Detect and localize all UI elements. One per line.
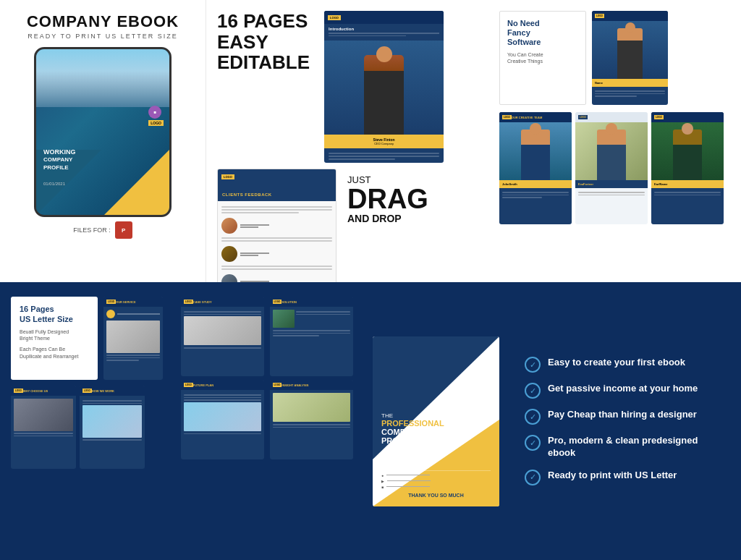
how-image	[82, 405, 142, 438]
insight-header: LOGO INSIGHT ANALYSIS	[270, 380, 353, 390]
our-service-content	[103, 307, 163, 365]
pages-line2: EASY	[217, 32, 310, 53]
powerpoint-icon: P	[115, 221, 132, 239]
feature-text-3: Pay Cheap than hiring a designer	[548, 409, 697, 421]
insight-logo: LOGO	[273, 383, 282, 387]
top-left-promo: COMPANY EBOOK READY TO PRINT US LETTER S…	[0, 0, 206, 282]
feature-item-4: ✓ Pro, modern & clean predesigned ebook	[525, 435, 727, 459]
why-logo: LOGO	[14, 389, 23, 393]
tablet-logo-icon: ■	[148, 106, 161, 119]
bottom-features-section: ✓ Easy to create your first ebook ✓ Get …	[510, 282, 741, 560]
solution-title: SOLUTION	[281, 300, 297, 304]
top-section: COMPANY EBOOK READY TO PRINT US LETTER S…	[0, 0, 741, 282]
how-we-work-content	[80, 396, 145, 445]
small-person-head	[625, 22, 635, 33]
creative-name-bar-3: EarlName	[651, 180, 724, 188]
cover-company: COMPANY	[381, 428, 444, 436]
tablet-mockup: WORKING COMPANY PROFILE 01/01/2021 YourC…	[34, 47, 172, 217]
drag-label: DRAG	[347, 185, 428, 213]
why-choose-content	[11, 396, 76, 441]
tablet-logo-text: LOGO	[148, 120, 164, 126]
intro-text-lines	[324, 148, 444, 163]
tablet-tagline: YourCompanyTagline	[144, 187, 164, 200]
creative-person-head-1	[530, 123, 541, 135]
feedback-avatar-1	[221, 218, 237, 234]
creative-person-head-3	[682, 123, 693, 135]
creative-card-1-header: LOGO OUR CREATIVE TEAM	[499, 112, 572, 122]
future-image	[184, 402, 261, 431]
creative-card-2: LOGO EvaFortner	[575, 112, 648, 224]
small-logo: LOGO	[595, 14, 604, 18]
feature-item-3: ✓ Pay Cheap than hiring a designer	[525, 409, 727, 425]
insight-image	[273, 393, 350, 422]
bottom-section: 16 PagesUS Letter Size Beuatl Fully Desi…	[0, 282, 741, 560]
creative-logo-3: LOGO	[654, 115, 664, 119]
solution-content	[270, 307, 353, 341]
intro-name-badge: Steve Finton CEO Company	[324, 135, 444, 148]
feedback-avatar-2	[221, 246, 237, 262]
future-logo: LOGO	[184, 383, 193, 387]
creative-lines-2	[575, 188, 648, 199]
tablet-city-bg	[36, 49, 169, 107]
creative-person-3	[673, 130, 702, 180]
creative-person-area-3	[651, 122, 724, 180]
bottom-left-bottom-row: LOGO WHY CHOOSE US LOGO HOW WE WORK	[11, 386, 163, 469]
pages-line3: EDITABLE	[217, 52, 310, 73]
feature-item-1: ✓ Easy to create your first ebook	[525, 357, 727, 373]
intro-page-preview: LOGO Introduction Steve Finton CEO Compa…	[324, 11, 444, 163]
insight-content	[270, 390, 353, 432]
no-need-subtitle: You Can CreateCreative Things	[507, 51, 578, 66]
feedback-person-1	[221, 218, 332, 234]
creative-person-2	[597, 130, 626, 180]
creative-card-2-header: LOGO	[575, 112, 648, 122]
cover-the: THE	[381, 412, 444, 419]
cover-card: THE PROFESSIONAL COMPANY PROFILE ● ▶ ■	[373, 336, 499, 506]
feedback-page-preview: LOGO CLIENTS FEEDBACK	[217, 169, 336, 298]
solution-card: LOGO SOLUTION	[270, 297, 353, 376]
feedback-person-2	[221, 246, 332, 262]
future-plan-title: FUTURE PLAN	[193, 383, 213, 387]
how-we-work-title: HOW WE WORK	[92, 389, 114, 393]
tablet-working-text: WORKING COMPANY PROFILE	[43, 148, 76, 171]
tablet-date: 01/01/2021	[43, 182, 65, 186]
creative-name-bar-2: EvaFortner	[575, 180, 648, 188]
creative-person-1	[521, 130, 550, 180]
no-need-card: No NeedFancySoftware You Can CreateCreat…	[499, 11, 586, 105]
pages-line1: 16 PAGES	[217, 11, 310, 32]
small-name-badge: Name	[592, 79, 668, 87]
service-icon	[106, 310, 115, 318]
creative-lines-3	[651, 188, 724, 199]
intro-page-title: Introduction	[324, 24, 444, 41]
feedback-page-header: LOGO	[218, 169, 336, 184]
specs-item-2: Each Pages Can BeDupllicate and Rearrang…	[20, 346, 89, 360]
future-plan-content	[181, 390, 264, 438]
person-silhouette	[364, 55, 404, 135]
creative-person-area-1	[499, 122, 572, 180]
top-right-section: No NeedFancySoftware You Can CreateCreat…	[488, 0, 741, 282]
insight-title: INSIGHT ANALYSIS	[281, 383, 308, 387]
files-for-label: FILES FOR : P	[73, 221, 132, 239]
how-logo: LOGO	[82, 389, 92, 393]
feature-item-5: ✓ Ready to print with US Letter	[525, 470, 727, 485]
check-icon-4: ✓	[525, 435, 541, 451]
bottom-cover-section: THE PROFESSIONAL COMPANY PROFILE ● ▶ ■	[362, 282, 510, 560]
case-study-card: LOGO CASE STUDY	[181, 297, 264, 376]
bottom-mid-grid: LOGO CASE STUDY LOGO SOLUTION	[181, 297, 355, 459]
why-choose-title: WHY CHOOSE US	[23, 389, 48, 393]
bottom-left-top-row: 16 PagesUS Letter Size Beuatl Fully Desi…	[11, 297, 163, 380]
creative-team-title-1: OUR CREATIVE TEAM	[512, 116, 542, 119]
cover-footer: ● ▶ ■ THANK YOU SO MUCH	[373, 469, 499, 498]
person-head	[376, 46, 392, 62]
ready-to-print-label: READY TO PRINT US LETTER SIZE	[27, 33, 177, 40]
feature-text-1: Easy to create your first ebook	[548, 357, 685, 369]
specs-title: 16 PagesUS Letter Size	[20, 304, 89, 325]
feedback-logo: LOGO	[221, 174, 234, 179]
intro-logo: LOGO	[328, 15, 341, 20]
check-icon-3: ✓	[525, 409, 541, 425]
creative-card-3: LOGO EarlName	[651, 112, 724, 224]
creative-name-bar-1: JohnSmith	[499, 180, 572, 188]
cover-profile: PROFILE	[381, 436, 444, 445]
pages-headline: 16 PAGES EASY EDITABLE LOGO Introduction	[217, 11, 478, 163]
check-icon-5: ✓	[525, 470, 541, 485]
why-choose-card: LOGO WHY CHOOSE US	[11, 386, 76, 469]
